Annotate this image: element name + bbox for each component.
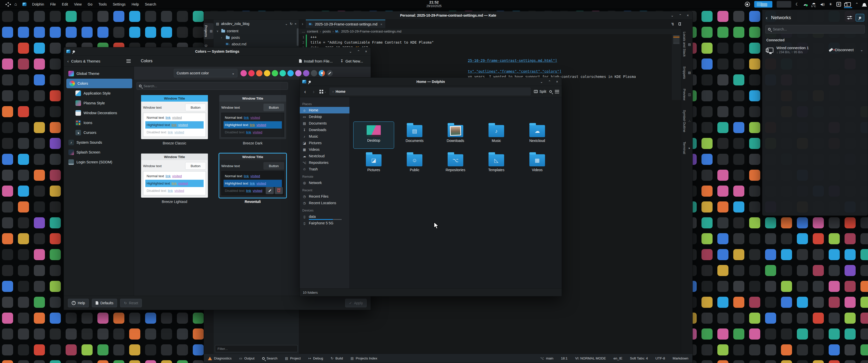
network-search-input[interactable] (773, 27, 862, 31)
breadcrumb-location[interactable]: Home (336, 90, 345, 94)
dolphin-folder-view[interactable]: Desktop ▤ Documents Downloads ♪ Music ☁ … (350, 97, 562, 288)
location-bar[interactable]: › Home (329, 88, 531, 96)
status-toggle-output[interactable]: ▭ Output (239, 357, 255, 360)
pin-icon[interactable] (308, 80, 311, 84)
place-repositories[interactable]: ⌥Repositories (300, 159, 349, 166)
breadcrumb-item[interactable]: content (307, 30, 318, 33)
accent-swatch-green[interactable] (272, 70, 278, 76)
apply-button[interactable]: ✓ Apply (345, 299, 367, 307)
weather-applet[interactable]: ☁ 5 °C (811, 1, 816, 7)
delete-scheme-button[interactable] (275, 187, 283, 194)
network-settings-icon[interactable] (847, 16, 852, 20)
minimize-icon[interactable]: ⌄ (540, 80, 543, 84)
network-connection-row[interactable]: Wired connection 1 ↓ 234 B/s, ↑ 95 B/s D… (766, 44, 864, 56)
sidebar-tab-terminal[interactable]: ▸ Terminal (682, 140, 692, 156)
document-tab[interactable]: M↓ 2025-10-29-Frame-contrast-settings.md… (306, 20, 385, 28)
close-icon[interactable]: × (556, 80, 558, 84)
keep-open-pin-button[interactable] (856, 14, 864, 22)
place-music[interactable]: ♪Music (300, 133, 349, 140)
dolphin-window[interactable]: Home — Dolphin ⌄ ⌃ × ‹ › ⌄ › Home Split … (300, 77, 562, 296)
sidebar-item-plasma-style[interactable]: Plasma Style (65, 98, 132, 108)
breadcrumb-root-icon[interactable]: › (332, 90, 334, 94)
accent-swatch-orange[interactable] (256, 70, 262, 76)
kate-tray-icon[interactable]: K (836, 2, 841, 6)
menu-settings[interactable]: Settings (113, 2, 126, 6)
status-toggle-search[interactable]: Search (262, 357, 278, 360)
place-downloads[interactable]: ↧Downloads (300, 127, 349, 133)
folder-item-documents[interactable]: ▤ Documents (394, 122, 435, 149)
menu-app-name[interactable]: Dolphin (32, 2, 44, 6)
accent-color-dropdown[interactable]: Custom accent color ⌄ (174, 69, 238, 77)
breadcrumb-item[interactable]: posts (323, 30, 331, 33)
place-pictures[interactable]: ◪Pictures (300, 140, 349, 146)
folder-item-nextcloud[interactable]: ☁ Nextcloud (517, 122, 558, 149)
device-data[interactable]: ▯data (300, 213, 349, 220)
minimize-icon[interactable]: ⌄ (671, 13, 674, 18)
task-slot[interactable] (777, 1, 791, 7)
scheme-card-breeze-classic[interactable]: Window Title Window text Button Normal t… (141, 95, 208, 139)
digital-clock[interactable]: 21:52 29/10/2025 (427, 0, 441, 8)
cloud-sync-icon[interactable]: ☁ (803, 2, 807, 6)
sidebar-tab-snippets[interactable]: ▤ Snippets (682, 64, 692, 81)
sidebar-tab-symbol-outline[interactable]: ∴ Symbol Outline (682, 108, 692, 134)
status-toggle-build[interactable]: ↻ Build (331, 357, 343, 360)
scheme-search-input[interactable] (144, 84, 285, 88)
night-light-icon[interactable]: ☾ (796, 2, 799, 6)
folder-item-desktop[interactable]: Desktop (353, 122, 394, 149)
accent-swatch-grey[interactable] (311, 70, 317, 76)
defaults-button[interactable]: Defaults (92, 299, 117, 307)
expand-chevron-icon[interactable]: ⌄ (860, 48, 863, 52)
folder-item-downloads[interactable]: Downloads (435, 122, 476, 149)
expand-arrow-icon[interactable]: › (221, 36, 224, 39)
edit-scheme-button[interactable] (266, 187, 274, 194)
maximize-icon[interactable]: ⌃ (679, 13, 682, 18)
sidebar-item-icons[interactable]: Icons (65, 118, 132, 128)
scheme-card-breeze-dark[interactable]: Window Title Window text Button Normal t… (219, 95, 286, 139)
tab-overflow-icon[interactable]: › (299, 20, 306, 28)
notifications-bell-icon[interactable] (863, 3, 866, 6)
project-reload-icon[interactable]: ↻ (290, 22, 293, 26)
breadcrumb-item[interactable]: 2025-10-29-Frame-contrast-settings.md (341, 30, 401, 33)
sidebar-item-cursors[interactable]: Cursors (65, 128, 132, 137)
status-cursor-position[interactable]: 18:1 (561, 357, 567, 360)
kate-titlebar[interactable]: Personal: 2025-10-29-Frame-contrast-sett… (204, 11, 692, 20)
place-trash[interactable]: ♲Trash (300, 166, 349, 172)
status-encoding[interactable]: UTF-8 (655, 357, 665, 360)
sidebar-item-splash-screen[interactable]: Splash Screen (65, 147, 132, 157)
close-icon[interactable]: × (687, 13, 689, 18)
scheme-card-revontuli-selected[interactable]: Window Title Window text Button Normal t… (219, 154, 286, 198)
show-desktop-icon[interactable]: ⌂ (14, 2, 17, 7)
disconnect-button[interactable]: Disconnect (829, 47, 854, 52)
pin-icon[interactable] (72, 50, 75, 53)
wired-network-icon[interactable] (845, 2, 851, 6)
split-button[interactable]: Split (534, 90, 546, 94)
sidebar-tab-locals-and-stack[interactable]: ▤ Locals and Stack (682, 30, 692, 59)
help-button[interactable]: ? Help (68, 299, 89, 307)
status-filetype[interactable]: Markdown (673, 357, 688, 360)
device-fairphone[interactable]: ▯Fairphone 5 5G (300, 220, 349, 226)
place-documents[interactable]: ▤Documents (300, 120, 349, 127)
hamburger-menu-icon[interactable] (555, 90, 559, 93)
tree-item-content[interactable]: ∨ content (214, 28, 299, 34)
install-from-file-button[interactable]: Install from File... (299, 59, 333, 63)
search-icon[interactable] (549, 90, 552, 93)
menu-tools[interactable]: Tools (98, 2, 107, 6)
menu-view[interactable]: View (74, 2, 82, 6)
breadcrumb-ellipsis[interactable]: … (302, 30, 305, 33)
place-nextcloud[interactable]: ☁Nextcloud (300, 153, 349, 159)
place-network[interactable]: ◎Network (300, 179, 349, 186)
status-tab-width[interactable]: Soft Tabs: 4 (630, 357, 648, 360)
expand-tray-chevron-icon[interactable]: ⌃ (855, 2, 859, 6)
place-recent-locations[interactable]: ◷Recent Locations (300, 200, 349, 206)
projects-scrollbar[interactable] (297, 28, 299, 46)
tree-item-posts[interactable]: › posts (214, 34, 299, 41)
app-launcher-icon[interactable] (5, 4, 7, 5)
status-toggle-debug[interactable]: ↦ Debug (308, 357, 323, 360)
folder-item-public[interactable]: ☺ Public (394, 151, 435, 178)
minimize-icon[interactable]: ⌄ (349, 50, 352, 54)
scheme-card-breeze-lightasd[interactable]: Window Title Window text Button Normal t… (141, 154, 208, 198)
screen-record-stop-icon[interactable] (745, 2, 750, 7)
sidebar-item-global-theme[interactable]: Global Theme (65, 69, 132, 78)
hamburger-menu-icon[interactable] (126, 60, 131, 63)
menu-edit[interactable]: Edit (62, 2, 68, 6)
